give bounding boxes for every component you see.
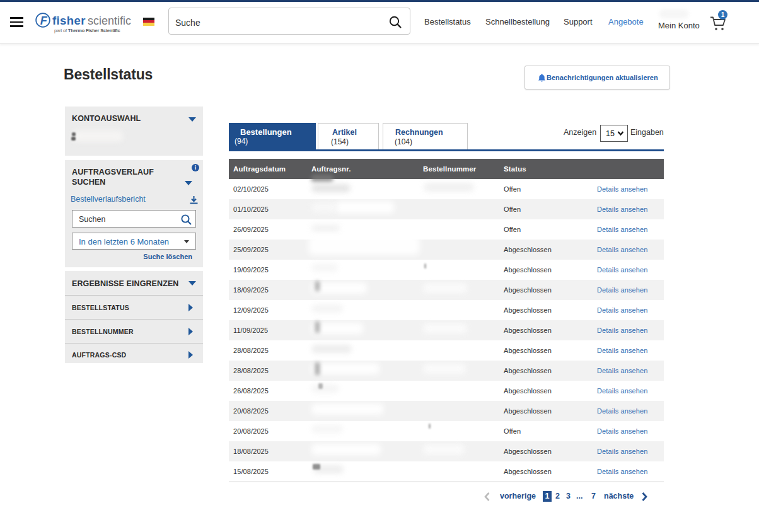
svg-text:F: F — [40, 14, 48, 27]
